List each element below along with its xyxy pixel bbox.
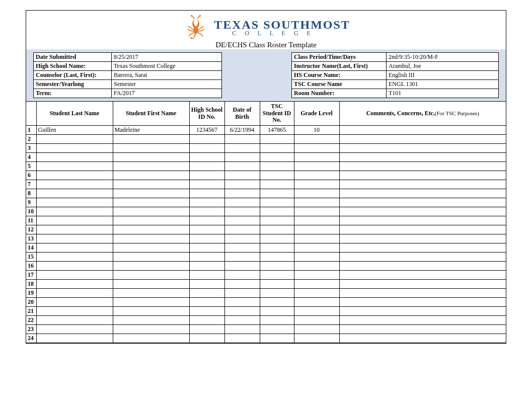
cell-grade bbox=[294, 225, 339, 234]
num: 18 bbox=[26, 280, 36, 289]
cell-grade bbox=[294, 316, 339, 325]
cell-first bbox=[113, 289, 189, 298]
table-row: 12 bbox=[26, 225, 506, 234]
header: TEXAS SOUTHMOST C O L L E G E DE/ECHS Cl… bbox=[26, 11, 506, 49]
cell-comments bbox=[339, 126, 506, 135]
cell-hsid bbox=[189, 316, 224, 325]
info-box-right: Class Period/Time/Days2nd/9:35-10:20/M-F… bbox=[291, 52, 499, 98]
cell-dob bbox=[224, 289, 260, 298]
info-row: Counselor (Last, First):Barrera, Sarai bbox=[34, 71, 222, 80]
cell-tscid bbox=[260, 298, 294, 307]
cell-last bbox=[36, 144, 113, 153]
num: 21 bbox=[26, 307, 36, 316]
cell-first bbox=[113, 334, 189, 343]
table-row: 24 bbox=[26, 334, 506, 343]
table-row: 6 bbox=[26, 171, 506, 180]
num: 15 bbox=[26, 253, 36, 262]
cell-hsid bbox=[189, 162, 224, 171]
cell-comments bbox=[339, 298, 506, 307]
cell-comments bbox=[339, 243, 506, 253]
num: 3 bbox=[26, 144, 36, 153]
num: 4 bbox=[26, 153, 36, 162]
cell-grade bbox=[294, 280, 339, 289]
cell-hsid bbox=[189, 262, 224, 271]
cell-last bbox=[36, 325, 113, 334]
info-value: English III bbox=[387, 71, 499, 80]
cell-last bbox=[36, 271, 113, 280]
num: 20 bbox=[26, 298, 36, 307]
cell-comments bbox=[339, 234, 506, 243]
cell-grade bbox=[294, 135, 339, 144]
num: 8 bbox=[26, 189, 36, 198]
info-row: Term:FA/2017 bbox=[34, 89, 222, 98]
cell-tscid bbox=[260, 262, 294, 271]
cell-tscid bbox=[260, 234, 294, 243]
cell-grade: 10 bbox=[294, 126, 339, 135]
col-header-tscid: TSC Student ID No. bbox=[260, 102, 294, 126]
cell-dob: 6/22/1994 bbox=[224, 126, 260, 135]
num: 2 bbox=[26, 135, 36, 144]
col-header-hsid: High School ID No. bbox=[189, 102, 224, 126]
table-row: 17 bbox=[26, 271, 506, 280]
info-band: Date Submitted8/25/2017High School Name:… bbox=[26, 49, 506, 101]
table-row: 9 bbox=[26, 198, 506, 207]
cell-hsid bbox=[189, 253, 224, 262]
cell-last bbox=[36, 153, 113, 162]
cell-tscid bbox=[260, 171, 294, 180]
cell-first bbox=[113, 180, 189, 189]
cell-tscid bbox=[260, 162, 294, 171]
info-row: Room Number:T101 bbox=[292, 89, 499, 98]
cell-dob bbox=[224, 298, 260, 307]
cell-comments bbox=[339, 162, 506, 171]
svg-point-0 bbox=[193, 27, 198, 34]
cell-grade bbox=[294, 216, 339, 225]
cell-tscid bbox=[260, 334, 294, 343]
cell-first bbox=[113, 198, 189, 207]
table-row: 23 bbox=[26, 325, 506, 334]
cell-tscid bbox=[260, 135, 294, 144]
cell-tscid bbox=[260, 189, 294, 198]
col-header-comments-main: Comments, Concerns, Etc. bbox=[366, 110, 435, 117]
cell-tscid bbox=[260, 198, 294, 207]
cell-first bbox=[113, 243, 189, 253]
cell-first bbox=[113, 262, 189, 271]
cell-last bbox=[36, 180, 113, 189]
col-header-num bbox=[26, 102, 36, 126]
cell-comments bbox=[339, 198, 506, 207]
cell-last bbox=[36, 171, 113, 180]
num: 22 bbox=[26, 316, 36, 325]
cell-first bbox=[113, 325, 189, 334]
cell-hsid bbox=[189, 189, 224, 198]
cell-last bbox=[36, 298, 113, 307]
roster-header-row: Student Last Name Student First Name Hig… bbox=[26, 102, 506, 126]
info-value: FA/2017 bbox=[112, 89, 222, 98]
cell-tscid bbox=[260, 289, 294, 298]
cell-comments bbox=[339, 289, 506, 298]
cell-grade bbox=[294, 234, 339, 243]
cell-last bbox=[36, 234, 113, 243]
cell-last bbox=[36, 189, 113, 198]
cell-first bbox=[113, 225, 189, 234]
cell-tscid bbox=[260, 153, 294, 162]
num: 24 bbox=[26, 334, 36, 343]
cell-grade bbox=[294, 189, 339, 198]
cell-grade bbox=[294, 253, 339, 262]
cell-comments bbox=[339, 253, 506, 262]
cell-grade bbox=[294, 298, 339, 307]
cell-tscid bbox=[260, 316, 294, 325]
info-value: Arambul, Joe bbox=[387, 62, 499, 71]
cell-dob bbox=[224, 325, 260, 334]
cell-grade bbox=[294, 144, 339, 153]
table-row: 1GuillenMadeleine12345676/22/19941478651… bbox=[26, 126, 506, 135]
cell-tscid bbox=[260, 225, 294, 234]
cell-comments bbox=[339, 271, 506, 280]
info-row: Date Submitted8/25/2017 bbox=[34, 53, 222, 62]
table-row: 15 bbox=[26, 253, 506, 262]
cell-dob bbox=[224, 162, 260, 171]
cell-first bbox=[113, 234, 189, 243]
cell-tscid bbox=[260, 207, 294, 216]
cell-last: Guillen bbox=[36, 126, 113, 135]
info-label: Date Submitted bbox=[34, 53, 112, 62]
table-row: 20 bbox=[26, 298, 506, 307]
num: 16 bbox=[26, 262, 36, 271]
